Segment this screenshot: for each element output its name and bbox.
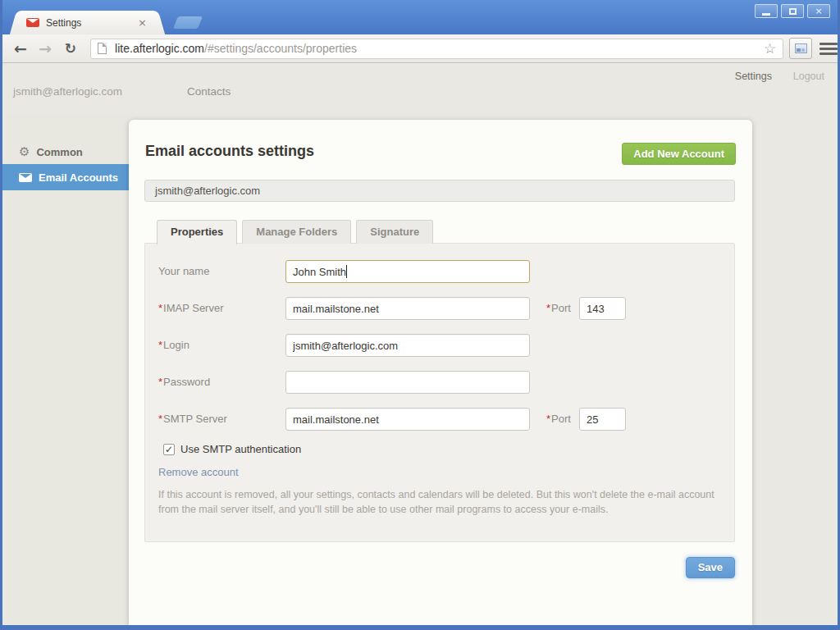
- address-bar[interactable]: lite.afterlogic.com/#settings/accounts/p…: [90, 39, 783, 59]
- login-row: *Login: [145, 334, 734, 357]
- required-marker: *: [158, 339, 162, 351]
- required-marker: *: [158, 376, 162, 388]
- imap-server-input[interactable]: [285, 297, 530, 320]
- logout-link[interactable]: Logout: [793, 71, 824, 82]
- smtp-port-label-text: Port: [551, 413, 571, 425]
- smtp-server-input[interactable]: [285, 408, 530, 431]
- settings-link[interactable]: Settings: [735, 71, 772, 82]
- tab-title: Settings: [46, 17, 138, 29]
- tab-signature[interactable]: Signature: [356, 220, 433, 244]
- remove-account-link[interactable]: Remove account: [158, 466, 239, 478]
- browser-toolbar: ← → ↻ lite.afterlogic.com/#settings/acco…: [2, 34, 838, 63]
- remove-account-note: If this account is removed, all your set…: [158, 487, 714, 517]
- account-email-label: jsmith@afterlogic.com: [13, 85, 122, 98]
- sidebar-common-label: Common: [36, 146, 82, 158]
- properties-form: Your name *IMAP Server *Port *Login *Pas…: [144, 243, 735, 542]
- maximize-icon: [789, 8, 797, 15]
- sidebar-email-accounts-label: Email Accounts: [39, 171, 118, 184]
- checkmark-icon: ✓: [165, 445, 173, 454]
- add-new-account-button[interactable]: Add New Account: [622, 143, 736, 165]
- minimize-icon: [762, 13, 770, 16]
- tab-manage-folders[interactable]: Manage Folders: [242, 220, 351, 244]
- browser-titlebar: Settings × ×: [0, 0, 840, 34]
- page-icon: [98, 43, 107, 54]
- new-tab-button[interactable]: [173, 16, 203, 29]
- hamburger-icon: [819, 52, 838, 55]
- imap-port-label: *Port: [546, 302, 571, 314]
- envelope-icon: [19, 173, 32, 182]
- imap-server-label-text: IMAP Server: [163, 302, 223, 314]
- tab-properties[interactable]: Properties: [157, 220, 237, 244]
- password-row: *Password: [145, 371, 734, 394]
- bookmark-star-icon[interactable]: ☆: [764, 40, 776, 57]
- settings-sidebar: ⚙ Common Email Accounts: [2, 115, 130, 625]
- imap-port-input[interactable]: [579, 297, 626, 320]
- window-controls: ×: [755, 4, 830, 18]
- hamburger-icon: [819, 48, 838, 50]
- login-label-text: Login: [163, 339, 189, 351]
- smtp-port-label: *Port: [546, 413, 571, 425]
- account-selector[interactable]: jsmith@afterlogic.com: [144, 180, 735, 202]
- back-button[interactable]: ←: [14, 41, 27, 57]
- sidebar-item-common[interactable]: ⚙ Common: [2, 139, 130, 164]
- imap-port-label-text: Port: [551, 302, 571, 314]
- imap-server-label: *IMAP Server: [158, 302, 224, 314]
- browser-menu-button[interactable]: [819, 43, 838, 55]
- forward-button: →: [39, 41, 52, 57]
- mail-favicon-icon: [26, 18, 39, 27]
- smtp-server-label: *SMTP Server: [158, 413, 227, 425]
- webmail-page: jsmith@afterlogic.com Contacts Settings …: [2, 64, 838, 625]
- reload-button[interactable]: ↻: [65, 42, 76, 56]
- url-text: lite.afterlogic.com/#settings/accounts/p…: [115, 42, 357, 55]
- close-button[interactable]: ×: [807, 4, 830, 18]
- smtp-auth-row: ✓ Use SMTP authentication: [163, 443, 301, 455]
- login-input[interactable]: [285, 334, 530, 357]
- imap-server-row: *IMAP Server *Port: [145, 297, 734, 320]
- your-name-label: Your name: [158, 265, 209, 277]
- minimize-button[interactable]: [755, 4, 778, 18]
- smtp-server-label-text: SMTP Server: [163, 413, 227, 425]
- sidebar-item-email-accounts[interactable]: Email Accounts: [2, 164, 130, 190]
- maximize-button[interactable]: [781, 4, 804, 18]
- gear-icon: ⚙: [19, 144, 30, 159]
- password-label-text: Password: [163, 376, 210, 388]
- smtp-auth-label: Use SMTP authentication: [180, 443, 301, 455]
- smtp-auth-checkbox[interactable]: ✓: [163, 444, 175, 455]
- hamburger-icon: [819, 43, 838, 45]
- page-title: Email accounts settings: [145, 143, 314, 160]
- text-caret: [346, 265, 347, 278]
- required-marker: *: [546, 413, 550, 425]
- password-label: *Password: [158, 376, 210, 388]
- settings-tabs: Properties Manage Folders Signature: [157, 220, 433, 244]
- browser-tab[interactable]: Settings ×: [20, 11, 155, 34]
- smtp-server-row: *SMTP Server *Port: [145, 408, 734, 431]
- url-path: /#settings/accounts/properties: [204, 42, 357, 55]
- save-button[interactable]: Save: [686, 557, 735, 578]
- password-input[interactable]: [285, 371, 530, 394]
- extension-button[interactable]: [789, 38, 812, 59]
- login-label: *Login: [158, 339, 189, 351]
- required-marker: *: [158, 413, 162, 425]
- required-marker: *: [546, 302, 550, 314]
- your-name-row: Your name: [145, 260, 734, 283]
- tab-close-icon[interactable]: ×: [138, 16, 147, 29]
- settings-panel: Email accounts settings Add New Account …: [129, 120, 752, 625]
- required-marker: *: [158, 302, 162, 314]
- smtp-port-input[interactable]: [579, 408, 626, 431]
- extension-icon: [795, 43, 807, 53]
- contacts-link[interactable]: Contacts: [187, 85, 231, 98]
- url-host: lite.afterlogic.com: [115, 42, 204, 55]
- your-name-input[interactable]: [285, 260, 530, 283]
